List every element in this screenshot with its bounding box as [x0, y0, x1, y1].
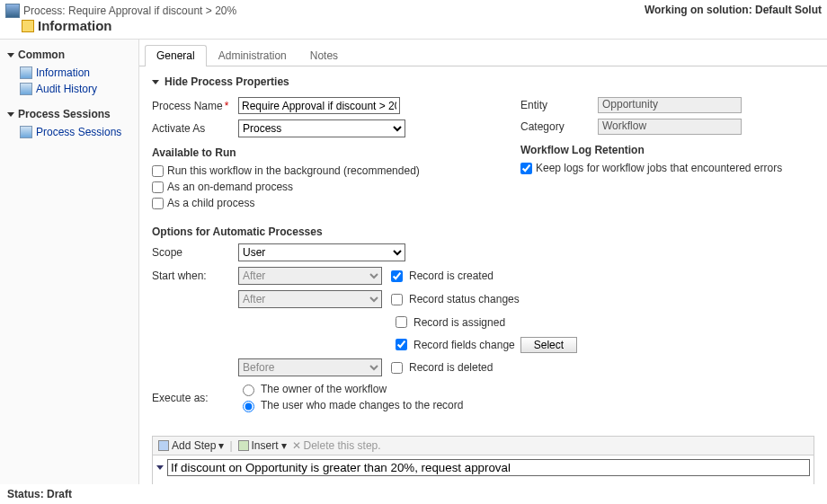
page-title: Information: [5, 18, 236, 33]
hide-process-properties-toggle[interactable]: Hide Process Properties: [152, 75, 814, 88]
chk-keep-logs[interactable]: [520, 163, 532, 174]
chk-record-assigned-label: Record is assigned: [414, 316, 505, 329]
chk-record-assigned[interactable]: [396, 316, 407, 328]
chk-record-status-label: Record status changes: [409, 293, 520, 305]
entity-label: Entity: [520, 99, 592, 111]
process-name-label: Process Name*: [152, 100, 233, 112]
add-step-button[interactable]: Add Step ▾: [158, 439, 224, 452]
tab-general[interactable]: General: [145, 45, 207, 66]
radio-execute-user-label: The user who made changes to the record: [261, 399, 463, 411]
process-icon: [5, 4, 20, 18]
information-glyph-icon: [20, 66, 32, 79]
activate-as-label: Activate As: [152, 122, 233, 135]
chk-child-label: As a child process: [167, 197, 254, 209]
chk-ondemand-label: As an on-demand process: [167, 181, 293, 193]
scope-label: Scope: [152, 246, 233, 259]
log-retention-heading: Workflow Log Retention: [520, 144, 814, 156]
working-on-solution: Working on solution: Default Solut: [645, 4, 822, 16]
sidebar-item-label: Information: [36, 66, 90, 79]
category-label: Category: [520, 120, 592, 133]
chk-record-fields-change[interactable]: [396, 339, 407, 350]
chk-record-created-label: Record is created: [409, 270, 494, 282]
sidebar-item-audit-history[interactable]: Audit History: [7, 81, 131, 97]
sidebar-item-process-sessions[interactable]: Process Sessions: [7, 124, 131, 140]
tab-administration[interactable]: Administration: [207, 45, 298, 66]
select-fields-button[interactable]: Select: [520, 337, 577, 353]
step-collapse-icon[interactable]: [156, 465, 164, 470]
insert-icon: [238, 440, 249, 451]
chk-record-fields-label: Record fields change: [414, 339, 515, 351]
chk-record-created[interactable]: [391, 270, 403, 282]
delete-step-button: ✕ Delete this step.: [292, 439, 381, 452]
step-description-input[interactable]: [167, 459, 810, 476]
chevron-down-icon: ▾: [218, 439, 224, 452]
sidebar-item-label: Audit History: [36, 83, 97, 95]
chk-keep-logs-label: Keep logs for workflow jobs that encount…: [536, 162, 782, 174]
radio-execute-owner[interactable]: [243, 385, 254, 396]
insert-label: Insert: [252, 439, 279, 452]
information-icon: [22, 20, 34, 32]
start-when-before[interactable]: Before: [238, 358, 382, 376]
chk-background[interactable]: [152, 165, 164, 177]
available-to-run-heading: Available to Run: [152, 146, 476, 159]
radio-execute-owner-label: The owner of the workflow: [261, 383, 387, 395]
audit-glyph-icon: [20, 83, 32, 95]
sidebar-group-common[interactable]: Common: [7, 49, 131, 61]
start-when-label: Start when:: [152, 270, 233, 282]
add-step-label: Add Step: [172, 439, 216, 452]
radio-execute-user[interactable]: [243, 401, 254, 412]
chk-record-deleted-label: Record is deleted: [409, 361, 493, 374]
add-step-icon: [158, 440, 169, 451]
entity-value: Opportunity: [598, 97, 742, 113]
execute-as-label: Execute as:: [152, 392, 233, 404]
process-title-label: Process: Require Approval if discount > …: [23, 4, 236, 17]
chk-record-status-changes[interactable]: [391, 294, 403, 305]
scope-select[interactable]: User: [238, 243, 405, 261]
category-value: Workflow: [598, 119, 742, 135]
chk-ondemand[interactable]: [152, 181, 164, 193]
insert-button[interactable]: Insert ▾: [238, 439, 287, 452]
session-glyph-icon: [20, 126, 32, 138]
chk-background-label: Run this workflow in the background (rec…: [167, 164, 420, 177]
process-name-input[interactable]: [238, 97, 400, 114]
start-when-after1[interactable]: After: [238, 267, 382, 285]
chevron-down-icon: ▾: [281, 439, 287, 452]
chk-child[interactable]: [152, 198, 164, 209]
delete-step-label: Delete this step.: [304, 439, 381, 452]
activate-as-select[interactable]: Process: [238, 119, 405, 137]
start-when-after2[interactable]: After: [238, 290, 382, 308]
hide-props-label: Hide Process Properties: [165, 75, 289, 88]
tab-notes[interactable]: Notes: [298, 45, 350, 66]
sidebar-group-process-sessions[interactable]: Process Sessions: [7, 108, 131, 120]
close-icon: ✕: [292, 439, 301, 452]
sidebar-item-label: Process Sessions: [36, 126, 121, 138]
sidebar-item-information[interactable]: Information: [7, 65, 131, 81]
options-heading: Options for Automatic Processes: [152, 225, 814, 238]
chk-record-deleted[interactable]: [391, 362, 403, 374]
